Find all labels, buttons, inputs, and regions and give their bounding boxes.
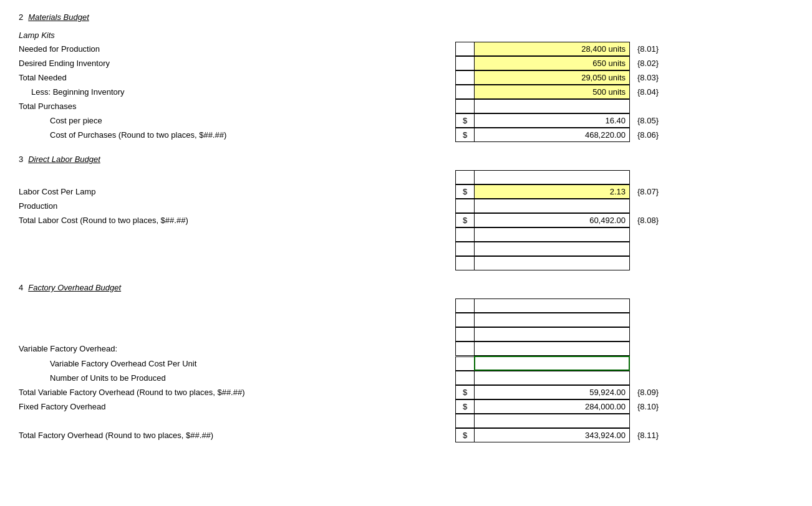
value-vfo-cost-per-unit[interactable] <box>475 356 630 370</box>
label-labor-cost-per-lamp: Labor Cost Per Lamp <box>19 187 455 196</box>
value-variable-fo-label <box>475 342 630 356</box>
dollar-labor-cost-per-lamp: $ <box>456 185 475 199</box>
label-less-beginning: Less: Beginning Inventory <box>19 87 455 97</box>
table-total-vfo: $ 59,924.00 <box>455 385 630 399</box>
value-desired-ending[interactable]: 650 units <box>475 57 630 70</box>
value-dl-extra3 <box>475 257 630 270</box>
direct-labor-budget-section: 3 Direct Labor Budget Labor Cost Per Lam… <box>19 155 793 270</box>
row-total-labor-cost: Total Labor Cost (Round to two places, $… <box>19 213 793 227</box>
dollar-cost-of-purchases: $ <box>456 128 475 142</box>
row-variable-fo-label: Variable Factory Overhead: <box>19 341 793 356</box>
row-less-beginning: Less: Beginning Inventory 500 units {8.0… <box>19 85 793 99</box>
ref-8-02: {8.02} <box>630 59 674 68</box>
dollar-total-fo: $ <box>456 429 475 442</box>
row-cost-of-purchases: Cost of Purchases (Round to two places, … <box>19 128 793 142</box>
value-total-fo[interactable]: 343,924.00 <box>475 429 630 442</box>
section-title-factory-overhead: Factory Overhead Budget <box>28 283 121 292</box>
value-units-produced[interactable] <box>475 371 630 385</box>
value-dl-extra1 <box>475 228 630 242</box>
label-total-vfo: Total Variable Factory Overhead (Round t… <box>19 388 455 397</box>
table-labor-cost-per-lamp: $ 2.13 <box>455 184 630 199</box>
section-title-materials: Materials Budget <box>28 12 89 22</box>
lamp-kits-label-row: Lamp Kits <box>19 28 793 42</box>
value-fixed-fo[interactable]: 284,000.00 <box>475 400 630 414</box>
label-cost-of-purchases: Cost of Purchases (Round to two places, … <box>19 130 455 140</box>
row-labor-cost-per-lamp: Labor Cost Per Lamp $ 2.13 {8.07} <box>19 184 793 199</box>
value-production[interactable] <box>475 199 630 213</box>
value-needed-production[interactable]: 28,400 units <box>475 42 630 56</box>
row-production: Production <box>19 199 793 213</box>
ref-8-06: {8.06} <box>630 130 674 140</box>
table-total-labor-cost: $ 60,492.00 <box>455 213 630 227</box>
row-cost-per-piece: Cost per piece $ 16.40 {8.05} <box>19 113 793 128</box>
row-units-produced: Number of Units to be Produced <box>19 371 793 385</box>
label-units-produced: Number of Units to be Produced <box>19 373 455 383</box>
table-needed-production: 28,400 units <box>455 42 630 56</box>
table-total-needed: 29,050 units <box>455 70 630 85</box>
label-vfo-cost-per-unit: Variable Factory Overhead Cost Per Unit <box>19 359 455 368</box>
label-desired-ending: Desired Ending Inventory <box>19 59 455 68</box>
ref-8-01: {8.01} <box>630 44 674 54</box>
value-dl-extra2 <box>475 242 630 256</box>
label-cost-per-piece: Cost per piece <box>19 116 455 125</box>
ref-8-11: {8.11} <box>630 431 674 440</box>
dollar-cost-per-piece: $ <box>456 114 475 128</box>
dollar-total-labor-cost: $ <box>456 214 475 227</box>
value-cost-of-purchases[interactable]: 468,220.00 <box>475 128 630 142</box>
table-total-fo: $ 343,924.00 <box>455 428 630 442</box>
label-total-fo: Total Factory Overhead (Round to two pla… <box>19 431 455 440</box>
table-fixed-fo: $ 284,000.00 <box>455 399 630 414</box>
label-production: Production <box>19 201 455 211</box>
table-production <box>455 199 630 213</box>
row-vfo-cost-per-unit: Variable Factory Overhead Cost Per Unit <box>19 356 793 371</box>
label-total-purchases: Total Purchases <box>19 102 455 111</box>
row-desired-ending: Desired Ending Inventory 650 units {8.02… <box>19 56 793 70</box>
row-total-needed: Total Needed 29,050 units {8.03} <box>19 70 793 85</box>
value-cost-per-piece[interactable]: 16.40 <box>475 114 630 128</box>
value-less-beginning[interactable]: 500 units <box>475 85 630 99</box>
dollar-total-vfo: $ <box>456 386 475 399</box>
value-fo-empty-pre-total <box>475 414 630 428</box>
row-needed-production: Needed for Production 28,400 units {8.01… <box>19 42 793 56</box>
table-fo-empty2 <box>455 313 630 327</box>
row-dl-empty-top <box>19 170 793 184</box>
label-fixed-fo: Fixed Factory Overhead <box>19 402 455 411</box>
value-total-needed[interactable]: 29,050 units <box>475 71 630 85</box>
table-cost-of-purchases: $ 468,220.00 <box>455 128 630 142</box>
value-total-labor-cost[interactable]: 60,492.00 <box>475 214 630 227</box>
row-fo-empty3 <box>19 327 793 341</box>
table-vfo-cost-per-unit <box>455 356 630 371</box>
section-number-4: 4 <box>19 283 23 292</box>
table-dl-extra1 <box>455 227 630 242</box>
ref-8-04: {8.04} <box>630 87 674 97</box>
row-dl-extra1 <box>19 227 793 242</box>
table-fo-empty3 <box>455 327 630 341</box>
value-labor-cost-per-lamp[interactable]: 2.13 <box>475 185 630 199</box>
ref-8-07: {8.07} <box>630 187 674 196</box>
table-dl-extra2 <box>455 242 630 256</box>
value-total-purchases[interactable] <box>475 100 630 113</box>
label-needed-production: Needed for Production <box>19 44 455 54</box>
table-total-purchases <box>455 99 630 113</box>
section-number-2: 2 <box>19 12 23 22</box>
value-fo-empty2 <box>475 313 630 327</box>
factory-overhead-budget-header: 4 Factory Overhead Budget <box>19 283 793 292</box>
dollar-fixed-fo: $ <box>456 400 475 414</box>
row-fixed-fo: Fixed Factory Overhead $ 284,000.00 {8.1… <box>19 399 793 414</box>
table-dl-extra3 <box>455 256 630 270</box>
table-units-produced <box>455 371 630 385</box>
value-fo-empty3 <box>475 328 630 341</box>
table-less-beginning: 500 units <box>455 85 630 99</box>
ref-8-08: {8.08} <box>630 216 674 225</box>
table-dl-empty-top <box>455 170 630 184</box>
ref-8-10: {8.10} <box>630 402 674 411</box>
value-total-vfo[interactable]: 59,924.00 <box>475 386 630 399</box>
label-total-needed: Total Needed <box>19 73 455 82</box>
row-total-vfo: Total Variable Factory Overhead (Round t… <box>19 385 793 399</box>
lamp-kits-label: Lamp Kits <box>19 31 455 40</box>
section-number-3: 3 <box>19 155 23 164</box>
table-cost-per-piece: $ 16.40 <box>455 113 630 128</box>
row-total-fo: Total Factory Overhead (Round to two pla… <box>19 428 793 442</box>
ref-8-05: {8.05} <box>630 116 674 125</box>
value-fo-empty1 <box>475 299 630 313</box>
